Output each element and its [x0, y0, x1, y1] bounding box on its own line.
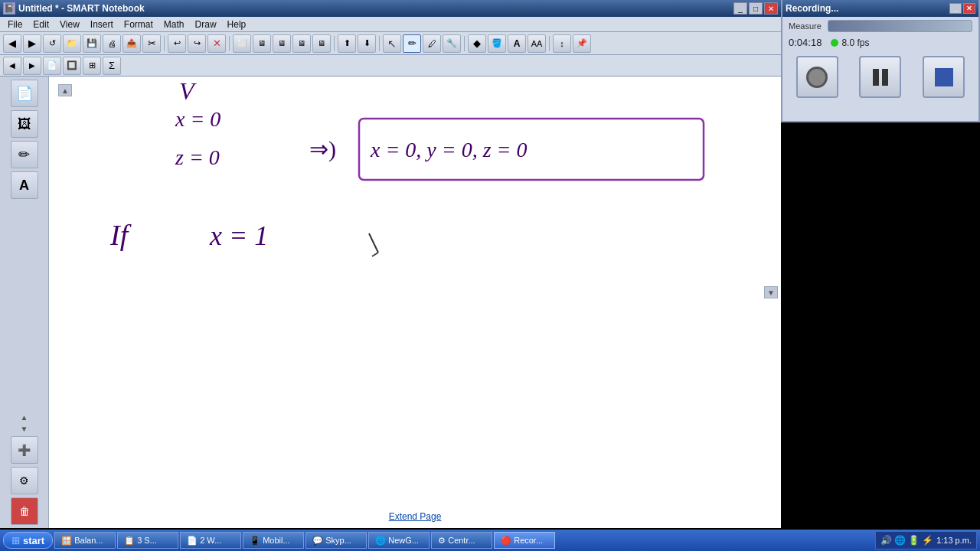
select-button[interactable]: ↖ [383, 34, 401, 53]
recording-title-text: Recording... [786, 3, 838, 14]
taskbar-item-3s[interactable]: 📋 3 S... [117, 532, 178, 549]
sidebar-down-arrow[interactable]: ▼ [21, 425, 28, 433]
minimize-button[interactable]: _ [733, 2, 747, 15]
screen-button-4[interactable]: 🖥 [292, 34, 311, 53]
extend-page-link[interactable]: Extend Page [389, 511, 442, 522]
text-button[interactable]: A [508, 34, 526, 53]
screen-button-5[interactable]: 🖥 [312, 34, 331, 53]
sigma-button[interactable]: Σ [103, 57, 121, 75]
text2-button[interactable]: AA [528, 34, 546, 53]
taskbar-item-2w[interactable]: 📄 2 W... [180, 532, 241, 549]
screen-button-2[interactable]: 🖥 [253, 34, 271, 53]
nav-right-button[interactable]: ▶ [23, 57, 41, 75]
fill-button[interactable]: 🪣 [488, 34, 506, 53]
taskbar-item-recor-label: Recor... [514, 536, 543, 545]
shape-button[interactable]: ◆ [468, 34, 486, 53]
save-button[interactable]: 💾 [83, 34, 101, 53]
menu-format[interactable]: Format [119, 18, 158, 31]
nav-left-button[interactable]: ◀ [3, 57, 21, 75]
sidebar-add-page-button[interactable]: ➕ [11, 436, 38, 464]
taskbar-item-newg-label: NewG... [388, 536, 419, 545]
insert-button[interactable]: 📌 [573, 34, 591, 53]
menu-view[interactable]: View [55, 18, 84, 31]
left-sidebar: 📄 🖼 ✏ A ▲ ▼ ➕ ⚙ 🗑 [0, 77, 49, 528]
tray-icon-3: 🔋 [908, 535, 920, 546]
scroll-down-arrow[interactable]: ▼ [764, 286, 778, 298]
delete-button[interactable]: ✕ [207, 34, 226, 53]
taskbar-item-newg[interactable]: 🌐 NewG... [368, 532, 430, 549]
sidebar-settings-button[interactable]: ⚙ [11, 467, 38, 494]
title-bar: 📓 Untitled * - SMART Notebook _ □ ✕ [0, 0, 781, 17]
canvas-area[interactable]: ▲ V x = 0 z = 0 ⇒) x = 0, y = 0, z = 0 I… [49, 77, 781, 528]
resize-button[interactable]: ↕ [553, 34, 571, 53]
undo-button[interactable]: ↩ [168, 34, 186, 53]
fps-value: 8.0 fps [841, 37, 869, 48]
sidebar-gallery-button[interactable]: 🖼 [11, 110, 38, 138]
taskbar-item-centr[interactable]: ⚙ Centr... [431, 532, 492, 549]
toolbar-separator-3 [334, 36, 335, 51]
menu-math[interactable]: Math [159, 18, 189, 31]
taskbar-item-recor[interactable]: 🔴 Recor... [494, 532, 555, 549]
start-button[interactable]: ⊞ start [3, 532, 53, 549]
taskbar-item-mobil[interactable]: 📱 Mobil... [243, 532, 304, 549]
toolbar-separator-1 [164, 36, 165, 51]
export-button[interactable]: 📤 [122, 34, 141, 53]
recording-pause-button[interactable] [859, 56, 901, 98]
recording-controls [782, 50, 978, 104]
recording-close-button[interactable]: ✕ [963, 3, 975, 14]
pen-button[interactable]: ✏ [403, 34, 421, 53]
taskbar-icons: 🔊 🌐 🔋 ⚡ [880, 535, 933, 546]
highlighter-button[interactable]: 🖊 [423, 34, 441, 53]
app-icon: 📓 [3, 2, 15, 15]
refresh-button[interactable]: ↺ [43, 34, 61, 53]
screen-button-3[interactable]: 🖥 [273, 34, 291, 53]
taskbar-item-2w-icon: 📄 [187, 536, 198, 546]
up-button[interactable]: ⬆ [338, 34, 356, 53]
implies-symbol: ⇒) [309, 136, 336, 162]
recording-minimize-button[interactable]: _ [949, 3, 962, 14]
menu-insert[interactable]: Insert [86, 18, 118, 31]
menu-file[interactable]: File [3, 18, 27, 31]
sidebar-pages-button[interactable]: 📄 [11, 80, 38, 107]
down-button[interactable]: ⬇ [358, 34, 376, 53]
maximize-button[interactable]: □ [749, 2, 763, 15]
back-button[interactable]: ◀ [3, 34, 21, 53]
recording-stop-button[interactable] [923, 56, 965, 98]
gallery-button[interactable]: ⊞ [83, 57, 101, 75]
taskbar: ⊞ start 🪟 Balan... 📋 3 S... 📄 2 W... 📱 M… [0, 530, 980, 551]
new-page-button[interactable]: 📄 [43, 57, 61, 75]
taskbar-item-2w-label: 2 W... [200, 536, 221, 545]
sidebar-delete-button[interactable]: 🗑 [11, 497, 38, 525]
menu-help[interactable]: Help [223, 18, 251, 31]
sidebar-pen-button[interactable]: ✏ [11, 141, 38, 168]
tray-icon-1: 🔊 [880, 535, 892, 546]
eraser-button[interactable]: 🔧 [443, 34, 461, 53]
cut-button[interactable]: ✂ [142, 34, 161, 53]
start-label: start [23, 535, 44, 546]
redo-button[interactable]: ↪ [188, 34, 206, 53]
menu-edit[interactable]: Edit [28, 18, 54, 31]
sidebar-up-arrow[interactable]: ▲ [21, 413, 28, 422]
print-button[interactable]: 🖨 [103, 34, 121, 53]
menu-draw[interactable]: Draw [191, 18, 221, 31]
taskbar-item-balan[interactable]: 🪟 Balan... [54, 532, 116, 549]
close-button[interactable]: ✕ [764, 2, 778, 15]
taskbar-item-skyp[interactable]: 💬 Skyp... [305, 532, 367, 549]
sidebar-text-button[interactable]: A [11, 171, 38, 199]
toolbar2: ◀ ▶ 📄 🔲 ⊞ Σ [0, 55, 781, 77]
forward-button[interactable]: ▶ [23, 34, 41, 53]
x-eq-0: x = 0 [175, 107, 220, 131]
if-label: If [109, 219, 132, 251]
title-bar-buttons: _ □ ✕ [733, 2, 778, 15]
recording-record-button[interactable] [796, 56, 838, 98]
recording-timer: 0:04:18 [789, 37, 822, 48]
screen-button-1[interactable]: ⬜ [233, 34, 251, 53]
toolbar: ◀ ▶ ↺ 📁 💾 🖨 📤 ✂ ↩ ↪ ✕ ⬜ 🖥 🖥 🖥 🖥 ⬆ ⬇ ↖ ✏ … [0, 32, 781, 55]
taskbar-item-balan-icon: 🪟 [61, 536, 72, 546]
cursor-nib [372, 253, 378, 256]
open-button[interactable]: 📁 [63, 34, 81, 53]
taskbar-item-centr-icon: ⚙ [438, 536, 446, 546]
prev-page-button[interactable]: 🔲 [63, 57, 81, 75]
taskbar-item-centr-label: Centr... [448, 536, 475, 545]
taskbar-item-3s-icon: 📋 [124, 536, 135, 546]
